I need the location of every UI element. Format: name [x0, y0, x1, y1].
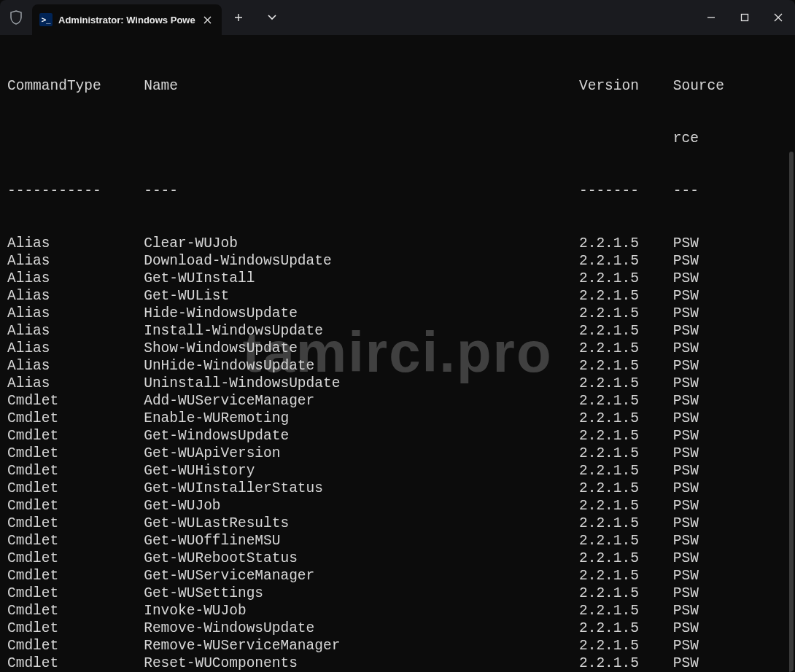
table-row: AliasUninstall-WindowsUpdate2.2.1.5PSW: [7, 375, 789, 392]
cell-source: PSW: [673, 287, 699, 305]
cell-name: Get-WUSettings: [144, 585, 579, 602]
active-tab[interactable]: >_ Administrator: Windows Powe: [32, 4, 222, 35]
terminal-output[interactable]: CommandTypeNameVersionSource rce -------…: [0, 35, 795, 672]
table-row: CmdletGet-WUSettings2.2.1.5PSW: [7, 585, 789, 602]
table-row: AliasShow-WindowsUpdate2.2.1.5PSW: [7, 340, 789, 357]
cell-name: Add-WUServiceManager: [144, 392, 579, 410]
header-source-wrap: rce: [7, 130, 789, 147]
uac-shield-icon: [0, 0, 32, 35]
powershell-icon: >_: [39, 13, 53, 26]
cell-source: PSW: [673, 532, 699, 550]
cell-source: PSW: [673, 515, 699, 532]
minimize-button[interactable]: [694, 0, 728, 35]
cell-source: PSW: [673, 305, 699, 322]
cell-name: Enable-WURemoting: [144, 410, 579, 427]
cell-version: 2.2.1.5: [579, 357, 673, 375]
cell-name: Install-WindowsUpdate: [144, 322, 579, 340]
cell-source: PSW: [673, 567, 699, 585]
cell-commandtype: Cmdlet: [7, 445, 144, 462]
cell-version: 2.2.1.5: [579, 637, 673, 655]
cell-version: 2.2.1.5: [579, 340, 673, 357]
titlebar: >_ Administrator: Windows Powe: [0, 0, 795, 35]
header-commandtype: CommandType: [7, 77, 144, 95]
cell-version: 2.2.1.5: [579, 305, 673, 322]
cell-name: Show-WindowsUpdate: [144, 340, 579, 357]
cell-version: 2.2.1.5: [579, 410, 673, 427]
close-tab-button[interactable]: [200, 12, 214, 27]
cell-version: 2.2.1.5: [579, 585, 673, 602]
cell-source: PSW: [673, 550, 699, 567]
cell-commandtype: Cmdlet: [7, 620, 144, 637]
table-row: CmdletGet-WUServiceManager2.2.1.5PSW: [7, 567, 789, 585]
cell-name: Clear-WUJob: [144, 235, 579, 252]
cell-commandtype: Alias: [7, 252, 144, 270]
cell-commandtype: Cmdlet: [7, 515, 144, 532]
cell-source: PSW: [673, 235, 699, 252]
cell-commandtype: Alias: [7, 270, 144, 287]
cell-name: Get-WUJob: [144, 497, 579, 515]
cell-version: 2.2.1.5: [579, 480, 673, 497]
cell-version: 2.2.1.5: [579, 515, 673, 532]
cell-name: Get-WURebootStatus: [144, 550, 579, 567]
cell-commandtype: Cmdlet: [7, 480, 144, 497]
table-row: AliasGet-WUInstall2.2.1.5PSW: [7, 270, 789, 287]
cell-name: Get-WUList: [144, 287, 579, 305]
cell-version: 2.2.1.5: [579, 375, 673, 392]
cell-name: Invoke-WUJob: [144, 602, 579, 620]
header-version: Version: [579, 77, 673, 95]
new-tab-button[interactable]: [222, 0, 255, 35]
titlebar-drag-area[interactable]: [289, 0, 694, 35]
scrollbar[interactable]: [789, 79, 794, 665]
cell-version: 2.2.1.5: [579, 427, 673, 445]
cell-source: PSW: [673, 497, 699, 515]
cell-version: 2.2.1.5: [579, 252, 673, 270]
cell-commandtype: Alias: [7, 305, 144, 322]
cell-commandtype: Cmdlet: [7, 585, 144, 602]
cell-commandtype: Cmdlet: [7, 602, 144, 620]
cell-source: PSW: [673, 620, 699, 637]
cell-name: Reset-WUComponents: [144, 655, 579, 672]
cell-commandtype: Alias: [7, 287, 144, 305]
cell-version: 2.2.1.5: [579, 392, 673, 410]
cell-source: PSW: [673, 637, 699, 655]
cell-version: 2.2.1.5: [579, 270, 673, 287]
cell-commandtype: Cmdlet: [7, 410, 144, 427]
cell-name: Get-WUApiVersion: [144, 445, 579, 462]
table-row: CmdletAdd-WUServiceManager2.2.1.5PSW: [7, 392, 789, 410]
cell-name: Remove-WindowsUpdate: [144, 620, 579, 637]
cell-name: Uninstall-WindowsUpdate: [144, 375, 579, 392]
table-row: CmdletEnable-WURemoting2.2.1.5PSW: [7, 410, 789, 427]
header-row: CommandTypeNameVersionSource: [7, 77, 789, 95]
scrollbar-thumb[interactable]: [789, 152, 794, 672]
cell-source: PSW: [673, 480, 699, 497]
table-row: CmdletGet-WUHistory2.2.1.5PSW: [7, 462, 789, 480]
cell-commandtype: Cmdlet: [7, 462, 144, 480]
close-window-button[interactable]: [761, 0, 795, 35]
cell-name: UnHide-WindowsUpdate: [144, 357, 579, 375]
maximize-button[interactable]: [728, 0, 761, 35]
cell-version: 2.2.1.5: [579, 497, 673, 515]
cell-commandtype: Cmdlet: [7, 567, 144, 585]
cell-name: Get-WUOfflineMSU: [144, 532, 579, 550]
cell-name: Get-WULastResults: [144, 515, 579, 532]
table-row: CmdletReset-WUComponents2.2.1.5PSW: [7, 655, 789, 672]
tab-dropdown-button[interactable]: [255, 0, 289, 35]
cell-version: 2.2.1.5: [579, 287, 673, 305]
cell-commandtype: Cmdlet: [7, 392, 144, 410]
cell-name: Get-WindowsUpdate: [144, 427, 579, 445]
cell-version: 2.2.1.5: [579, 235, 673, 252]
cell-version: 2.2.1.5: [579, 550, 673, 567]
cell-commandtype: Cmdlet: [7, 497, 144, 515]
cell-name: Hide-WindowsUpdate: [144, 305, 579, 322]
cell-name: Get-WUServiceManager: [144, 567, 579, 585]
table-row: AliasClear-WUJob2.2.1.5PSW: [7, 235, 789, 252]
cell-commandtype: Cmdlet: [7, 637, 144, 655]
cell-version: 2.2.1.5: [579, 462, 673, 480]
cell-name: Get-WUInstallerStatus: [144, 480, 579, 497]
cell-source: PSW: [673, 445, 699, 462]
table-row: AliasDownload-WindowsUpdate2.2.1.5PSW: [7, 252, 789, 270]
cell-source: PSW: [673, 392, 699, 410]
cell-version: 2.2.1.5: [579, 602, 673, 620]
table-row: CmdletRemove-WUServiceManager2.2.1.5PSW: [7, 637, 789, 655]
table-row: CmdletGet-WUJob2.2.1.5PSW: [7, 497, 789, 515]
